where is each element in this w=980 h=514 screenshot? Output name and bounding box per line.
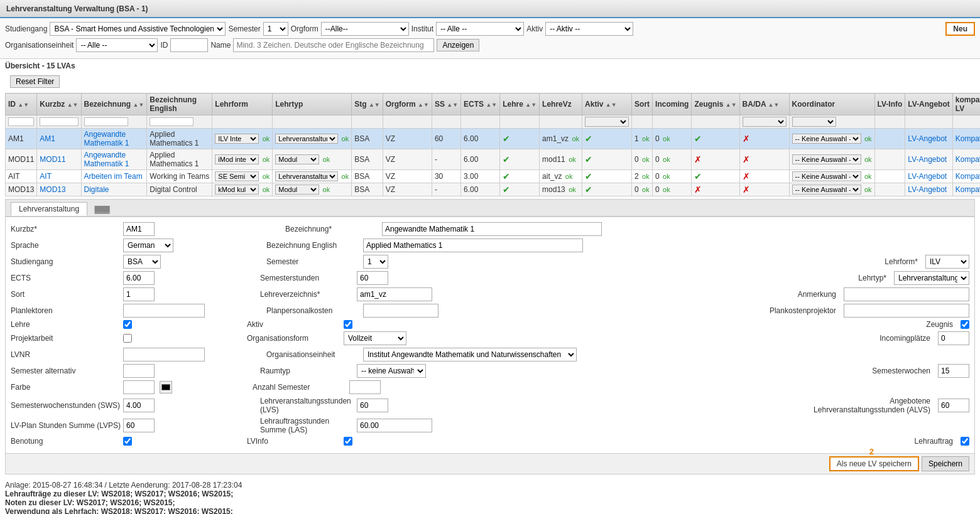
aktiv-select[interactable]: -- Aktiv --	[545, 22, 633, 36]
kompatible-link[interactable]: Kompatible LV	[956, 185, 980, 194]
filter-aktiv-select[interactable]	[585, 117, 629, 127]
studiengang-form-select[interactable]: BSA	[123, 255, 161, 269]
incomingplaetze-input[interactable]	[938, 331, 969, 345]
raumtyp-select[interactable]: -- keine Auswahl--	[357, 364, 426, 378]
lehreverz-input[interactable]	[357, 287, 432, 301]
institut-select[interactable]: -- Alle --	[436, 22, 524, 36]
koordinator-select[interactable]: -- Keine Auswahl --	[792, 134, 861, 144]
lehrform-select[interactable]: kMod kul	[215, 185, 259, 195]
lehrform-select[interactable]: ILV Inte	[215, 134, 259, 144]
farbe-color-picker[interactable]	[160, 381, 172, 394]
table-row[interactable]: MOD11 MOD11 AngewandteMathematik 1 Appli…	[6, 149, 981, 170]
col-orgform[interactable]: Orgform ▲▼	[383, 94, 432, 115]
koordinator-select[interactable]: -- Keine Auswahl --	[792, 154, 861, 164]
lvps-input[interactable]	[123, 419, 155, 432]
bezeichnung-link[interactable]: Digitale	[84, 185, 109, 194]
kurzbz-link[interactable]: AIT	[40, 172, 52, 181]
bezeichnung-en-input[interactable]	[363, 238, 583, 252]
bezeichnung-link[interactable]: AngewandteMathematik 1	[84, 151, 129, 168]
filter-kurzbz[interactable]	[40, 117, 78, 126]
sws-input[interactable]	[123, 399, 155, 412]
koordinator-select[interactable]: -- Keine Auswahl --	[792, 171, 861, 181]
col-lehrform[interactable]: Lehrform	[212, 94, 273, 115]
anmerkung-input[interactable]	[844, 287, 969, 301]
col-lehrtyp[interactable]: Lehrtyp	[273, 94, 352, 115]
lvangebot-link[interactable]: LV-Angebot	[908, 134, 947, 143]
col-ects[interactable]: ECTS ▲▼	[461, 94, 500, 115]
benotung-checkbox[interactable]	[123, 437, 132, 446]
col-kompatible[interactable]: kompatibleLV	[952, 94, 980, 115]
koordinator-select[interactable]: -- Keine Auswahl --	[792, 185, 861, 195]
filter-bezeichnung-en[interactable]	[150, 117, 193, 126]
lehrform-select[interactable]: iMod inte	[215, 154, 259, 164]
lehrtyp-select[interactable]: Lehrveranstaltung	[275, 134, 338, 144]
kurzbz-link[interactable]: AM1	[40, 134, 55, 143]
semester-select[interactable]: 1	[263, 22, 288, 36]
col-sort[interactable]: Sort	[632, 94, 653, 115]
filter-id[interactable]	[8, 117, 34, 126]
col-lehre[interactable]: Lehre ▲▼	[500, 94, 540, 115]
zeugnis-checkbox[interactable]	[961, 320, 969, 329]
col-lvinfo[interactable]: LV-Info	[874, 94, 905, 115]
col-stg[interactable]: Stg ▲▼	[352, 94, 383, 115]
aktiv-checkbox[interactable]	[344, 320, 352, 329]
sort-input[interactable]	[123, 287, 155, 301]
lvangebot-link[interactable]: LV-Angebot	[908, 185, 947, 194]
studiengang-select[interactable]: BSA - Smart Homes und Assistive Technolo…	[50, 22, 226, 36]
col-koordinator[interactable]: Koordinator	[789, 94, 874, 115]
col-lvangebot[interactable]: LV-Angebot	[905, 94, 952, 115]
col-bezeichnung-en[interactable]: BezeichnungEnglish	[147, 94, 212, 115]
kurzbz-link[interactable]: MOD13	[40, 185, 65, 194]
organisationseinheit-select[interactable]: Institut Angewandte Mathematik und Natur…	[363, 348, 577, 361]
neu-button[interactable]: Neu	[945, 22, 975, 36]
farbe-input[interactable]	[123, 380, 155, 394]
semesterwochen-input[interactable]	[938, 364, 969, 378]
col-zeugnis[interactable]: Zeugnis ▲▼	[692, 94, 739, 115]
lvnr-input[interactable]	[123, 348, 205, 361]
lehrform-select[interactable]: SE Semi	[215, 171, 259, 181]
planpersonalkosten-input[interactable]	[363, 304, 438, 318]
projektarbeit-checkbox[interactable]	[123, 334, 132, 343]
show-button[interactable]: Anzeigen	[437, 39, 479, 51]
filter-bada-select[interactable]	[743, 117, 787, 127]
alvs-input[interactable]	[938, 399, 969, 412]
lvinfo-checkbox[interactable]	[344, 437, 352, 446]
col-bezeichnung[interactable]: Bezeichnung ▲▼	[81, 94, 147, 115]
bezeichnung-link[interactable]: Arbeiten im Team	[84, 172, 143, 181]
table-row[interactable]: MOD13 MOD13 Digitale Digital Control kMo…	[6, 183, 981, 196]
name-input[interactable]	[233, 38, 434, 52]
lehre-checkbox[interactable]	[123, 320, 132, 329]
col-kurzbz[interactable]: Kurzbz ▲▼	[37, 94, 81, 115]
org-select[interactable]: -- Alle --	[76, 38, 158, 52]
kompatible-link[interactable]: Kompatible LV	[956, 155, 980, 164]
lehrform-form-select[interactable]: ILV	[925, 255, 969, 269]
lehrauftrag-checkbox[interactable]	[961, 437, 969, 446]
kurzbz-input[interactable]	[123, 222, 155, 236]
table-row[interactable]: AIT AIT Arbeiten im Team Working in Team…	[6, 170, 981, 183]
col-incoming[interactable]: Incoming	[653, 94, 692, 115]
col-ss[interactable]: SS ▲▼	[432, 94, 460, 115]
col-lehrevz[interactable]: LehreVz	[540, 94, 582, 115]
col-id[interactable]: ID ▲▼	[6, 94, 37, 115]
ects-input[interactable]	[123, 271, 155, 285]
plankostenprojektor-input[interactable]	[844, 304, 969, 318]
reset-filter-button[interactable]: Reset Filter	[10, 75, 60, 88]
filter-koordinator-select[interactable]	[792, 117, 836, 127]
semester-form-select[interactable]: 1	[363, 255, 388, 269]
sprache-select[interactable]: German	[123, 238, 173, 252]
las-input[interactable]	[357, 419, 432, 432]
save-new-button[interactable]: Als neue LV speichern	[829, 456, 919, 471]
lehrtyp-select[interactable]: Modul	[275, 185, 319, 195]
bezeichnung-link[interactable]: AngewandteMathematik 1	[84, 130, 129, 147]
anzahl-semester-input[interactable]	[349, 380, 381, 394]
lvs-input[interactable]	[357, 399, 388, 412]
lehrtyp-select[interactable]: Lehrveranstaltung	[275, 171, 338, 181]
bezeichnung-input[interactable]	[382, 222, 602, 236]
kurzbz-link[interactable]: MOD11	[40, 155, 65, 164]
lehrtyp-form-select[interactable]: Lehrveranstaltung	[894, 271, 969, 285]
orgform-select[interactable]: --Alle--	[321, 22, 409, 36]
planlektoren-input[interactable]	[123, 304, 205, 318]
semesterstunden-input[interactable]	[357, 271, 388, 285]
col-bada[interactable]: BA/DA ▲▼	[739, 94, 789, 115]
lvangebot-link[interactable]: LV-Angebot	[908, 172, 947, 181]
